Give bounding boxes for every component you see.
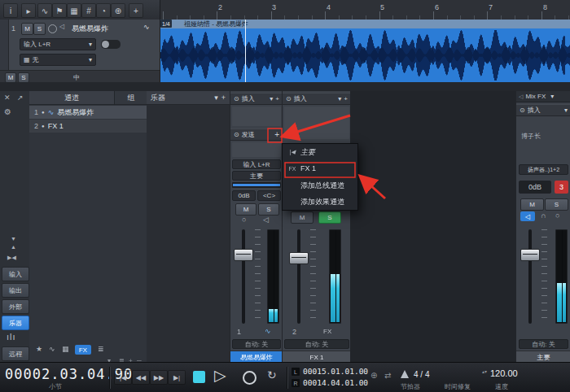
gain-value[interactable]: 0dB: [519, 181, 551, 194]
monitor-icon[interactable]: ◁: [59, 23, 64, 30]
mixfx-header[interactable]: ◁ Mix FX ▾: [516, 91, 570, 102]
inserts-section-header[interactable]: ⊙ 插入 ▾ +: [230, 93, 283, 105]
automation-mode[interactable]: 自动: 关: [519, 339, 568, 349]
info-icon[interactable]: i: [3, 3, 18, 18]
tempo-spinner[interactable]: ▴▾: [482, 369, 487, 375]
track-instrument-select[interactable]: ▦ 无 ▾: [20, 54, 96, 66]
metronome-icon[interactable]: [401, 370, 409, 378]
fader-cap[interactable]: [234, 249, 253, 261]
pointer-tool-icon[interactable]: ▸: [21, 3, 36, 18]
record-arm-icon[interactable]: [48, 24, 57, 33]
wrench-icon[interactable]: ⚙: [4, 107, 11, 116]
loop-end-value[interactable]: 00014.04.01.00: [303, 378, 368, 387]
mute-button[interactable]: M: [235, 203, 256, 216]
inserts-section-header[interactable]: ⊙ 插入 ▾ +: [283, 93, 351, 105]
power-icon[interactable]: ⊙: [234, 95, 239, 102]
channel-row-1[interactable]: 1 ● ∿ 易燃易爆炸: [29, 106, 147, 119]
go-start-button[interactable]: |◀: [114, 370, 132, 385]
fader-cap[interactable]: [520, 249, 540, 261]
mute-button[interactable]: M: [520, 198, 544, 211]
menu-item-add-fx[interactable]: 添加效果通道: [283, 194, 357, 210]
clock-icon[interactable]: ◔: [96, 3, 111, 18]
monitor-icon[interactable]: ◁: [263, 216, 269, 224]
inserts-section-header[interactable]: ⊙ 插入 ▾: [516, 104, 570, 116]
headphone-icon[interactable]: ∩: [541, 211, 546, 220]
input-toggle[interactable]: [101, 40, 121, 49]
power-icon[interactable]: ⊙: [520, 107, 525, 114]
close-icon[interactable]: ✕: [4, 94, 11, 102]
add-instrument-icon[interactable]: +: [221, 94, 226, 102]
bank-instruments[interactable]: 乐器: [2, 316, 29, 330]
record-button[interactable]: [243, 371, 256, 385]
tab-groups[interactable]: 组: [114, 91, 147, 104]
record-arm-icon[interactable]: ○: [242, 216, 246, 224]
grid-filter-icon[interactable]: ▦: [62, 345, 69, 353]
bank-external[interactable]: 外部: [2, 299, 29, 314]
add-marker-icon[interactable]: ⊕: [370, 371, 377, 380]
marker-flag-icon[interactable]: ⚑: [52, 3, 67, 18]
chevron-down-icon[interactable]: ▾: [214, 94, 218, 102]
tab-channels[interactable]: 通道: [29, 91, 114, 104]
strip-name[interactable]: 主要: [516, 351, 570, 363]
pan-value[interactable]: <C>: [257, 190, 281, 201]
bank-inputs[interactable]: 输入: [2, 267, 29, 281]
chevron-down-icon[interactable]: ▾: [564, 107, 568, 114]
grid-value-chip[interactable]: 1/4: [160, 20, 172, 28]
menu-item-fx1[interactable]: FX FX 1: [283, 160, 357, 176]
output-device-select[interactable]: 扬声器..)1+2: [519, 164, 568, 175]
automation-mode[interactable]: 自动: 关: [232, 339, 281, 349]
playhead[interactable]: [245, 20, 246, 82]
inserts-list[interactable]: [232, 107, 281, 126]
narrow-wide-icon[interactable]: ▶◀: [7, 255, 16, 261]
strip-output-select[interactable]: 主要: [232, 171, 281, 181]
loop-button[interactable]: ↻: [267, 368, 277, 381]
strip-input-select[interactable]: 输入 L+R: [232, 159, 281, 169]
collapse-down-icon[interactable]: ▼: [11, 236, 16, 242]
snap-icon[interactable]: #: [81, 3, 96, 18]
sends-list[interactable]: [232, 142, 281, 157]
grid-icon[interactable]: ▦: [67, 3, 81, 18]
stop-button[interactable]: [193, 371, 205, 383]
forward-button[interactable]: ▶▶: [150, 370, 168, 385]
add-insert-icon[interactable]: +: [275, 95, 279, 102]
sends-section-header[interactable]: ⊙ 发送 +: [230, 128, 283, 141]
power-icon[interactable]: ⊙: [234, 131, 239, 138]
fx-filter-badge[interactable]: FX: [75, 345, 91, 355]
chevron-down-icon[interactable]: ▾: [270, 95, 273, 102]
bank-outputs[interactable]: 输出: [2, 283, 29, 298]
track-solo-button[interactable]: S: [33, 23, 46, 35]
add-insert-icon[interactable]: +: [344, 95, 348, 102]
mixer-bars-icon[interactable]: ılı: [7, 332, 16, 342]
gain-value[interactable]: 0dB: [232, 190, 256, 201]
power-icon[interactable]: ⊙: [286, 95, 292, 102]
position-counter[interactable]: 00002.03.04.90: [5, 366, 106, 382]
solo-button[interactable]: S: [545, 198, 568, 211]
rewind-button[interactable]: ◀◀: [132, 370, 150, 385]
sine-tool-icon[interactable]: ∿: [37, 3, 52, 18]
expand-icon[interactable]: ↗: [17, 94, 24, 102]
loop-start-value[interactable]: 00015.01.01.00: [303, 367, 368, 376]
mute-button[interactable]: M: [291, 211, 314, 224]
add-circle-icon[interactable]: ⊕: [111, 3, 125, 18]
track-mute-button[interactable]: M: [21, 23, 33, 35]
chevron-down-icon[interactable]: ▾: [338, 95, 341, 102]
channel-row-2[interactable]: 2 ● FX 1: [29, 120, 147, 133]
bank-remote[interactable]: 远程: [2, 346, 29, 361]
list-filter-icon[interactable]: ≣: [98, 345, 104, 353]
swap-icon[interactable]: ⇄: [384, 371, 391, 380]
chevron-down-icon[interactable]: ▾: [550, 93, 554, 100]
star-icon[interactable]: ★: [36, 345, 42, 353]
collapse-up-icon[interactable]: ▲: [11, 244, 16, 250]
inserts-list[interactable]: [284, 107, 349, 139]
track-input-select[interactable]: 输入 L+R ▾: [20, 38, 96, 50]
audio-clip-header[interactable]: 祖娅纳惜 - 易燃易爆炸: [160, 20, 570, 28]
time-signature[interactable]: 4 / 4: [414, 370, 429, 379]
wave-filter-icon[interactable]: ∿: [49, 345, 55, 353]
tempo-value[interactable]: 120.00: [490, 368, 518, 378]
volume-fader[interactable]: [289, 228, 341, 325]
fader-cap[interactable]: [289, 252, 309, 264]
audio-waveform[interactable]: [160, 28, 570, 82]
menu-item-add-bus[interactable]: 添加总线通道: [283, 177, 357, 194]
volume-fader[interactable]: [234, 228, 279, 325]
solo-button[interactable]: S: [258, 203, 279, 216]
